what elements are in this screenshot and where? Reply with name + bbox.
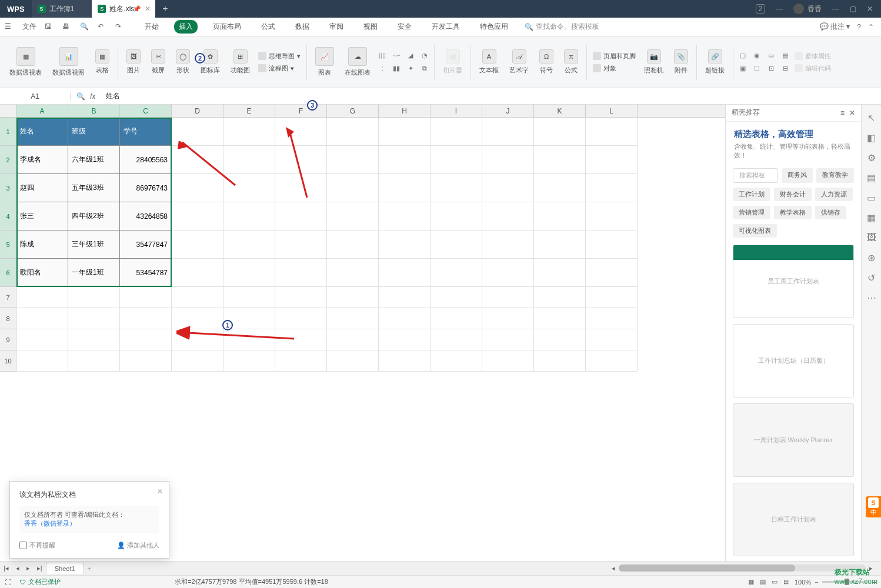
cell[interactable] (534, 308, 586, 329)
select-all-corner[interactable] (0, 105, 16, 117)
cell[interactable] (120, 287, 172, 308)
chart-radar-icon[interactable]: ✦ (405, 63, 416, 75)
icon-library-button[interactable]: ✿图标库 (196, 47, 225, 77)
cell[interactable]: 四年级2班 (68, 202, 120, 230)
document-protected-label[interactable]: 🛡 文档已保护 (19, 577, 61, 586)
cell[interactable] (172, 174, 223, 202)
table-icon[interactable]: ▦ (866, 212, 877, 223)
cell[interactable]: 43264858 (120, 202, 172, 230)
fx-icon[interactable]: fx (90, 92, 95, 101)
cell[interactable] (327, 308, 379, 329)
print-icon[interactable]: 🖶 (62, 22, 72, 32)
cell[interactable] (431, 287, 482, 308)
close-icon[interactable]: ✕ (145, 5, 151, 13)
cell[interactable] (68, 308, 120, 329)
cell[interactable] (327, 202, 379, 230)
cell[interactable]: 三年级1班 (68, 230, 120, 259)
cell[interactable] (223, 118, 275, 146)
equation-button[interactable]: π公式 (559, 47, 583, 77)
cell[interactable] (586, 146, 638, 174)
cell[interactable] (431, 202, 482, 230)
more-icon[interactable]: ⋯ (866, 292, 877, 303)
column-header[interactable]: F (275, 105, 327, 117)
row-header[interactable]: 6 (0, 259, 16, 287)
cell[interactable] (16, 308, 68, 329)
cell[interactable] (172, 308, 223, 329)
view-custom-icon[interactable]: ⊞ (783, 578, 789, 586)
style-icon[interactable]: ◧ (866, 132, 877, 143)
cell[interactable] (223, 202, 275, 230)
cell[interactable] (534, 230, 586, 259)
cell[interactable] (482, 308, 534, 329)
chart-area-icon[interactable]: ◢ (405, 50, 416, 62)
cell[interactable] (534, 350, 586, 372)
cell[interactable] (172, 118, 223, 146)
cell[interactable] (431, 329, 482, 350)
cell[interactable] (68, 287, 120, 308)
cell[interactable]: 姓名 (16, 118, 68, 146)
screenshot-button[interactable]: ✂截屏 (146, 47, 170, 77)
cell[interactable] (379, 230, 431, 259)
cell[interactable] (534, 202, 586, 230)
pin-icon[interactable]: 📌 (133, 5, 141, 13)
grid-body[interactable]: 1姓名班级学号2李成名六年级1班284055633赵四五年级3班86976743… (0, 118, 725, 372)
cell[interactable] (275, 202, 327, 230)
column-header[interactable]: E (223, 105, 275, 117)
picture-button[interactable]: 🖼图片 (122, 47, 145, 77)
cell[interactable] (275, 350, 327, 372)
cell[interactable] (275, 174, 327, 202)
cell[interactable] (275, 287, 327, 308)
cell[interactable]: 班级 (68, 118, 120, 146)
cell[interactable]: 学号 (120, 118, 172, 146)
cell[interactable] (482, 118, 534, 146)
cell[interactable] (327, 329, 379, 350)
cell[interactable] (223, 350, 275, 372)
template-card[interactable]: 员工周工作计划表 (733, 245, 854, 318)
cell[interactable] (172, 230, 223, 259)
pivot-chart-button[interactable]: 📊数据透视图 (48, 45, 89, 79)
filter-chip[interactable]: 教学表格 (774, 206, 812, 219)
table-button[interactable]: ▦表格 (91, 47, 114, 77)
mindmap-button[interactable]: 思维导图 ▾ (256, 51, 303, 62)
cell[interactable] (534, 146, 586, 174)
owner-link[interactable]: 香香（微信登录） (24, 520, 76, 527)
popup-close-icon[interactable]: ✕ (157, 487, 163, 496)
cell[interactable] (431, 350, 482, 372)
help-icon[interactable]: ? (857, 23, 861, 31)
cell[interactable] (431, 174, 482, 202)
cell[interactable] (120, 308, 172, 329)
cell[interactable] (68, 329, 120, 350)
template-search-input[interactable]: 搜索模板 (733, 168, 778, 183)
form-control-icon[interactable]: ▭ (765, 50, 777, 62)
form-control-icon[interactable]: ⊟ (779, 63, 791, 75)
document-tab-2-active[interactable]: S 姓名.xlsx 📌 ✕ (92, 0, 155, 18)
cell[interactable]: 张三 (16, 202, 68, 230)
cell[interactable]: 赵四 (16, 174, 68, 202)
cell[interactable] (172, 202, 223, 230)
cell[interactable] (482, 230, 534, 259)
form-control-icon[interactable]: ▢ (737, 50, 749, 62)
row-header[interactable]: 7 (0, 287, 16, 308)
cell[interactable] (327, 146, 379, 174)
row-header[interactable]: 5 (0, 230, 16, 259)
cell[interactable] (223, 329, 275, 350)
cell[interactable] (16, 287, 68, 308)
app-minimize-icon[interactable]: — (832, 5, 839, 13)
chart-button[interactable]: 📈图表 (311, 45, 339, 79)
page-icon[interactable]: ▭ (866, 192, 877, 203)
cell[interactable] (172, 287, 223, 308)
column-header[interactable]: B (68, 105, 120, 117)
template-card[interactable]: 日程工作计划表 (733, 483, 854, 556)
cell[interactable] (379, 329, 431, 350)
form-control-icon[interactable]: ▤ (779, 50, 791, 62)
redo-icon[interactable]: ↷ (115, 22, 125, 32)
function-chart-button[interactable]: ⊞功能图 (226, 47, 255, 77)
cell[interactable] (431, 118, 482, 146)
view-reading-icon[interactable]: ▭ (772, 578, 777, 586)
cell[interactable] (223, 259, 275, 287)
flowchart-button[interactable]: 流程图 ▾ (256, 63, 303, 74)
cell[interactable] (534, 118, 586, 146)
cell[interactable]: 李成名 (16, 146, 68, 174)
cell[interactable] (379, 259, 431, 287)
search-icon[interactable]: 🔍 (76, 92, 85, 101)
